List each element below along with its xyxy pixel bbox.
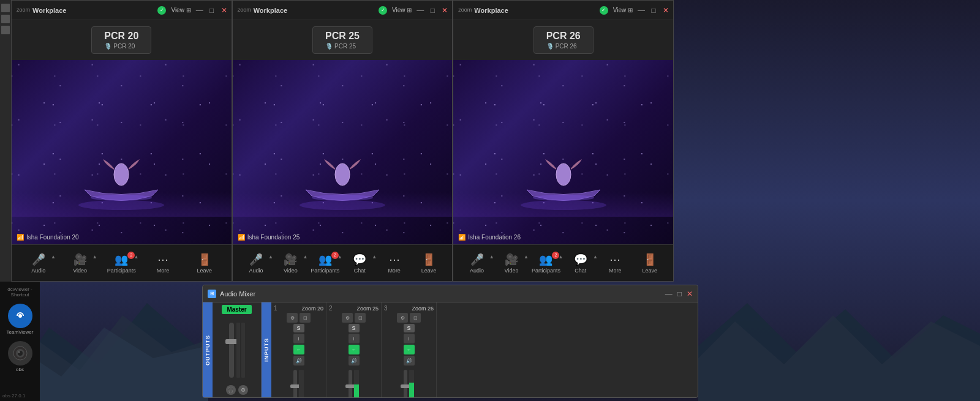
view-button-pcr20[interactable]: View ⊞ (171, 7, 190, 13)
ch-vol-zoom25[interactable]: 🔊 (349, 356, 360, 365)
leave-button-pcr25[interactable]: 🚪 Leave (414, 253, 443, 274)
ch-settings-zoom20[interactable]: ⚙ (287, 313, 298, 323)
more-icon-pcr25: ⋯ (389, 253, 400, 266)
shield-icon-pcr20: ✓ (157, 6, 166, 15)
ch-btn-row2-zoom20: I (293, 334, 304, 343)
ch-fader-zoom20[interactable] (293, 370, 297, 398)
mixer-minimize[interactable]: — (665, 290, 673, 298)
ch-i-zoom26[interactable]: I (404, 334, 415, 343)
input-channels: 1 Zoom 20 ⚙ ⊡ S I ← 🔊 (271, 302, 698, 397)
audio-icon-pcr25: 🎤 (249, 253, 263, 266)
close-button-pcr25[interactable]: ✕ (441, 6, 448, 15)
svg-point-19 (18, 351, 20, 353)
ch-i-zoom20[interactable]: I (293, 334, 304, 343)
ch-vol-zoom20[interactable]: 🔊 (293, 356, 304, 365)
master-label-button[interactable]: Master (222, 305, 251, 314)
chat-button-pcr25[interactable]: 💬 ▲ Chat (345, 253, 374, 274)
svg-point-7 (91, 195, 152, 201)
mixer-maximize[interactable]: □ (677, 290, 682, 298)
master-channel: Master 🎧 (213, 302, 262, 397)
audio-chevron-pcr20: ▲ (51, 254, 56, 260)
participants-button-pcr26[interactable]: 👥 ▲ 2 Participants (531, 253, 560, 274)
video-chevron-pcr26: ▲ (524, 254, 529, 260)
s-button-zoom26[interactable]: S (404, 324, 415, 332)
view-button-pcr26[interactable]: View ⊞ (613, 7, 633, 13)
ch-settings-zoom26[interactable]: ⚙ (397, 313, 408, 323)
ch-i-zoom25[interactable]: I (349, 334, 360, 343)
leave-button-pcr26[interactable]: 🚪 Leave (635, 253, 665, 274)
teamviewer-app[interactable]: TeamViewer (7, 304, 34, 335)
title-bar-pcr20: zoom Workplace ✓ View ⊞ — □ ✕ (12, 1, 232, 20)
audio-button-pcr26[interactable]: 🎤 ▲ Audio (462, 253, 492, 274)
s-button-zoom20[interactable]: S (293, 324, 304, 332)
participants-button-pcr20[interactable]: 👥 ▲ 2 Participants (107, 253, 136, 274)
channel-zoom20: 1 Zoom 20 ⚙ ⊡ S I ← 🔊 (271, 302, 326, 397)
signal-icon-pcr20: 📶 (17, 234, 24, 241)
ch-monitor-zoom26[interactable]: ⊡ (410, 313, 421, 323)
master-headphone-icon[interactable]: 🎧 (226, 385, 236, 395)
ch-arrow-zoom25[interactable]: ← (349, 345, 360, 354)
master-settings-icon[interactable]: ⚙ (238, 385, 248, 395)
ch-arrow-zoom20[interactable]: ← (293, 345, 304, 354)
pcr-box-pcr26: PCR 26 🎙️ PCR 26 (533, 26, 594, 54)
signal-icon-pcr25: 📶 (238, 234, 245, 241)
minimize-button-pcr20[interactable]: — (196, 6, 203, 15)
ch-fader-zoom26[interactable] (404, 370, 407, 398)
sidebar-item (1, 15, 10, 23)
zoom-logo-pcr25: zoom Workplace (238, 7, 287, 14)
svg-point-11 (521, 200, 606, 210)
chat-button-pcr26[interactable]: 💬 ▲ Chat (566, 253, 595, 274)
close-button-pcr26[interactable]: ✕ (662, 6, 669, 15)
zoom-workplace-pcr20: Workplace (32, 7, 66, 14)
video-button-pcr26[interactable]: 🎥 ▲ Video (497, 253, 526, 274)
ch-vol-zoom26[interactable]: 🔊 (404, 356, 415, 365)
svg-point-9 (335, 163, 350, 186)
obs-app[interactable]: obs (8, 341, 32, 372)
maximize-button-pcr26[interactable]: □ (650, 6, 657, 15)
channel-num-zoom26: 3 (384, 305, 388, 312)
minimize-button-pcr25[interactable]: — (417, 6, 424, 15)
video-button-pcr20[interactable]: 🎥 ▲ Video (66, 253, 95, 274)
ch-monitor-zoom25[interactable]: ⊡ (355, 313, 366, 323)
audio-button-pcr25[interactable]: 🎤 ▲ Audio (241, 253, 271, 274)
video-area-pcr26: 📶 Isha Foundation 26 (453, 60, 673, 244)
ch-btn-row1-zoom26: ⚙ ⊡ (397, 313, 421, 323)
shield-icon-pcr26: ✓ (600, 6, 608, 15)
minimize-button-pcr26[interactable]: — (638, 6, 645, 15)
close-button-pcr20[interactable]: ✕ (221, 6, 228, 15)
channel-header-zoom25: 2 Zoom 25 (328, 305, 380, 312)
ch-arrow-zoom26[interactable]: ← (404, 345, 415, 354)
svg-point-6 (114, 163, 129, 186)
ch-btn-row1-zoom20: ⚙ ⊡ (287, 313, 311, 323)
participants-button-pcr25[interactable]: 👥 ▲ 2 Participants (311, 253, 340, 274)
more-button-pcr26[interactable]: ⋯ More (600, 253, 630, 274)
master-fader-handle[interactable] (225, 339, 238, 344)
channel-controls-zoom25: ⚙ ⊡ S I ← 🔊 (328, 313, 380, 397)
title-controls-pcr20: ✓ View ⊞ — □ ✕ (157, 6, 227, 15)
participants-badge-pcr20: 2 (127, 252, 135, 259)
master-fader[interactable] (229, 323, 234, 378)
mixer-close[interactable]: ✕ (687, 290, 693, 298)
master-fader-area (214, 317, 260, 384)
leave-button-pcr20[interactable]: 🚪 Leave (190, 253, 219, 274)
pcr-title-pcr26: PCR 26 (546, 31, 581, 42)
video-button-pcr25[interactable]: 🎥 ▲ Video (276, 253, 305, 274)
obs-version: obs 27.0.1 (2, 393, 25, 399)
ch-settings-zoom25[interactable]: ⚙ (342, 313, 353, 323)
mixer-window-buttons: — □ ✕ (665, 290, 693, 298)
control-bar-pcr20: 🎤 ▲ Audio 🎥 ▲ Video 👥 ▲ 2 Participants ⋯… (12, 244, 232, 281)
more-button-pcr20[interactable]: ⋯ More (148, 253, 178, 274)
title-bar-pcr26: zoom Workplace ✓ View ⊞ — □ ✕ (453, 1, 673, 20)
maximize-button-pcr20[interactable]: □ (208, 6, 216, 15)
s-button-zoom25[interactable]: S (349, 324, 360, 332)
audio-button-pcr20[interactable]: 🎤 ▲ Audio (24, 253, 53, 274)
view-button-pcr25[interactable]: View ⊞ (392, 7, 412, 13)
participants-icon-pcr26: 👥 (539, 253, 552, 266)
ch-fader-zoom25[interactable] (349, 370, 352, 398)
zoom-workplace-pcr26: Workplace (474, 7, 508, 14)
more-button-pcr25[interactable]: ⋯ More (380, 253, 409, 274)
audio-chevron-pcr26: ▲ (489, 254, 494, 260)
mic-muted-icon-pcr20: 🎙️ (104, 43, 111, 50)
ch-monitor-zoom20[interactable]: ⊡ (300, 313, 311, 323)
maximize-button-pcr25[interactable]: □ (429, 6, 436, 15)
